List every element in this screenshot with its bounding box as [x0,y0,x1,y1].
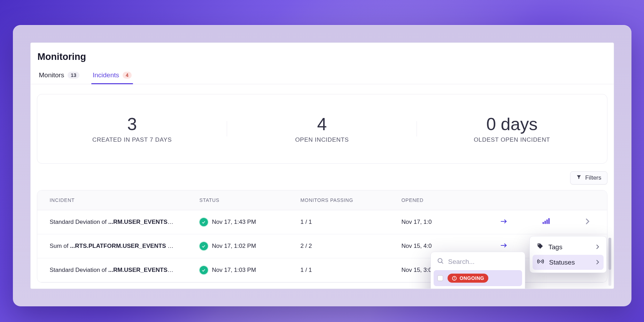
svg-point-16 [540,261,541,262]
status-option-ongoing[interactable]: ONGOING [434,270,522,286]
cell-incident: Sum of ...RTS.PLATFORM.USER_EVENTS colum… [37,235,187,257]
col-incident[interactable]: INCIDENT [37,190,187,210]
cell-opened: Nov 17, 1:0 [389,211,483,233]
filter-option-statuses[interactable]: Statuses [533,255,604,270]
chevron-right-icon[interactable] [585,218,590,226]
col-opened[interactable]: OPENED [389,190,483,210]
stat-oldest-open: 0 days OLDEST OPEN INCIDENT [417,114,607,143]
tab-incidents-label: Incidents [93,71,119,79]
status-search [434,255,522,270]
funnel-icon [576,174,582,181]
cell-status: Nov 17, 1:02 PM [187,234,288,258]
arrow-right-icon[interactable] [500,243,508,250]
check-circle-icon [200,266,208,274]
col-status[interactable]: STATUS [187,190,288,210]
filter-option-label: Statuses [549,259,575,266]
chevron-right-icon [596,243,599,251]
stat-label: OLDEST OPEN INCIDENT [417,136,607,143]
col-monitors-passing[interactable]: MONITORS PASSING [288,190,389,210]
tab-incidents[interactable]: Incidents 4 [91,68,133,84]
cell-incident: Standard Deviation of ...RM.USER_EVENTS … [37,211,187,233]
stat-value: 3 [37,114,227,134]
stat-created-7d: 3 CREATED IN PAST 7 DAYS [37,114,227,143]
svg-point-21 [454,279,454,280]
cell-monitors-passing: 1 / 1 [288,211,389,233]
status-option-resolved[interactable]: RESOLVED [434,286,522,289]
stat-value: 0 days [417,114,607,134]
search-icon [437,258,444,266]
stat-label: CREATED IN PAST 7 DAYS [37,136,227,143]
svg-point-15 [538,244,539,245]
stats-card: 3 CREATED IN PAST 7 DAYS 4 OPEN INCIDENT… [37,94,607,164]
cell-monitors-passing: 1 / 1 [288,259,389,281]
tab-incidents-count: 4 [123,72,132,79]
filter-option-label: Tags [549,243,562,251]
svg-rect-2 [544,221,546,224]
statuses-dropdown: ONGOING RESOLVED ACKNOWLEDGED [430,252,525,289]
filter-option-tags[interactable]: Tags [533,239,604,255]
arrow-right-icon[interactable] [500,219,508,226]
tab-monitors-label: Monitors [39,71,64,79]
tag-icon [537,243,544,251]
cell-status: Nov 17, 1:43 PM [187,210,288,234]
svg-rect-3 [546,219,548,224]
checkbox[interactable] [437,275,443,281]
bar-chart-icon[interactable] [542,218,550,227]
stat-label: OPEN INCIDENTS [227,136,417,143]
stat-open-incidents: 4 OPEN INCIDENTS [227,114,417,143]
check-circle-icon [200,218,208,226]
svg-rect-1 [542,222,544,224]
table-header: INCIDENT STATUS MONITORS PASSING OPENED [37,190,607,210]
status-pill-ongoing: ONGOING [448,274,489,283]
check-circle-icon [200,242,208,250]
tabs: Monitors 13 Incidents 4 [31,68,614,84]
page-title: Monitoring [31,43,614,68]
status-search-input[interactable] [448,258,519,266]
scrollbar-thumb[interactable] [608,238,611,270]
filters-button[interactable]: Filters [570,171,607,184]
broadcast-icon [537,258,544,266]
tab-monitors[interactable]: Monitors 13 [38,68,81,84]
table-row[interactable]: Standard Deviation of ...RM.USER_EVENTS … [37,210,607,234]
monitoring-panel: Monitoring Monitors 13 Incidents 4 3 CRE… [30,42,614,289]
cell-status: Nov 17, 1:03 PM [187,258,288,282]
filters-dropdown: Tags Statuses [529,236,607,273]
vertical-scrollbar[interactable] [608,238,611,286]
stat-value: 4 [227,114,417,134]
svg-rect-4 [548,218,550,224]
tab-monitors-count: 13 [68,72,79,79]
chevron-right-icon [596,259,599,266]
svg-line-18 [441,262,443,264]
filters-button-label: Filters [585,174,601,181]
cell-monitors-passing: 2 / 2 [288,235,389,257]
cell-incident: Standard Deviation of ...RM.USER_EVENTS … [37,259,187,281]
